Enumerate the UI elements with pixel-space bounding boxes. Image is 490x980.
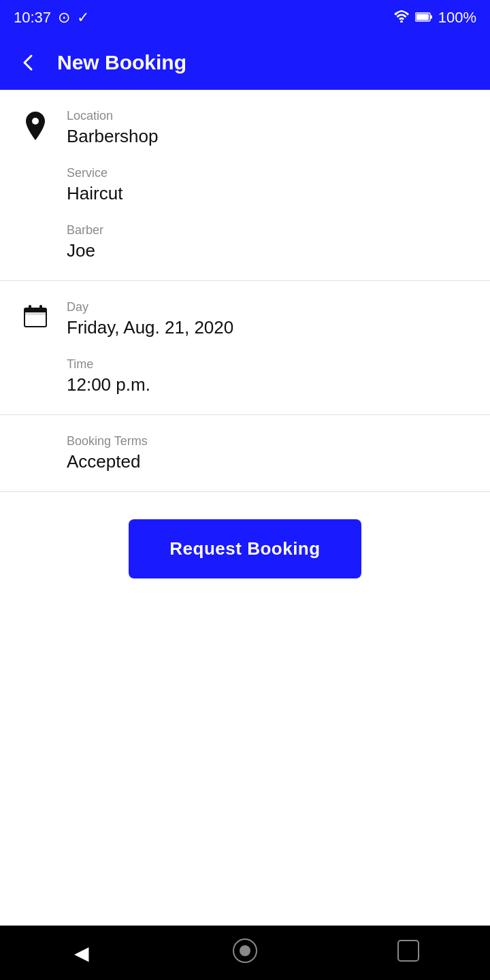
nav-recents-button[interactable] <box>388 932 429 973</box>
terms-label: Booking Terms <box>67 434 470 448</box>
bottom-nav: ◀ <box>0 926 490 980</box>
location-section-body: Location Barbershop Service Haircut Barb… <box>67 109 470 261</box>
location-field: Location Barbershop <box>67 109 470 147</box>
location-icon <box>20 109 50 140</box>
status-time: 10:37 <box>14 9 51 27</box>
svg-rect-9 <box>39 305 42 312</box>
barber-label: Barber <box>67 223 470 238</box>
terms-section: Booking Terms Accepted <box>0 415 490 492</box>
service-field: Service Haircut <box>67 166 470 204</box>
day-field: Day Friday, Aug. 21, 2020 <box>67 300 470 338</box>
svg-rect-3 <box>430 16 432 19</box>
svg-rect-10 <box>25 312 46 315</box>
status-bar-left: 10:37 ⊙ ✓ <box>14 9 89 27</box>
battery-percent: 100% <box>438 9 476 27</box>
datetime-section-body: Day Friday, Aug. 21, 2020 Time 12:00 p.m… <box>67 300 470 395</box>
day-label: Day <box>67 300 470 314</box>
nav-back-button[interactable]: ◀ <box>61 932 102 973</box>
app-bar: New Booking <box>0 35 490 90</box>
battery-icon <box>415 9 433 27</box>
terms-value: Accepted <box>67 451 470 472</box>
location-value: Barbershop <box>67 126 470 147</box>
button-section: Request Booking <box>0 492 490 606</box>
svg-rect-2 <box>416 14 429 20</box>
svg-rect-13 <box>398 941 419 961</box>
nav-home-button[interactable] <box>225 932 265 973</box>
barber-field: Barber Joe <box>67 223 470 261</box>
service-label: Service <box>67 166 470 180</box>
svg-rect-8 <box>29 305 31 312</box>
content: Location Barbershop Service Haircut Barb… <box>0 90 490 926</box>
wifi-icon <box>393 9 410 27</box>
service-value: Haircut <box>67 183 470 204</box>
status-bar: 10:37 ⊙ ✓ 100% <box>0 0 490 35</box>
request-booking-button[interactable]: Request Booking <box>129 519 361 578</box>
nav-recents-icon <box>397 939 420 967</box>
time-field: Time 12:00 p.m. <box>67 357 470 395</box>
location-label: Location <box>67 109 470 123</box>
calendar-icon <box>20 300 50 329</box>
terms-field: Booking Terms Accepted <box>67 434 470 472</box>
svg-point-5 <box>32 118 39 125</box>
nav-back-icon: ◀ <box>74 942 89 964</box>
at-icon: ⊙ <box>58 9 70 27</box>
barber-value: Joe <box>67 240 470 261</box>
location-section: Location Barbershop Service Haircut Barb… <box>0 90 490 281</box>
datetime-section: Day Friday, Aug. 21, 2020 Time 12:00 p.m… <box>0 281 490 415</box>
page-title: New Booking <box>57 51 186 74</box>
svg-point-0 <box>400 20 403 22</box>
svg-point-12 <box>240 945 250 956</box>
status-bar-right: 100% <box>393 9 476 27</box>
nav-home-icon <box>232 938 258 968</box>
day-value: Friday, Aug. 21, 2020 <box>67 317 470 338</box>
message-icon: ✓ <box>77 9 89 27</box>
time-value: 12:00 p.m. <box>67 374 470 395</box>
time-label: Time <box>67 357 470 372</box>
back-button[interactable] <box>14 48 44 78</box>
